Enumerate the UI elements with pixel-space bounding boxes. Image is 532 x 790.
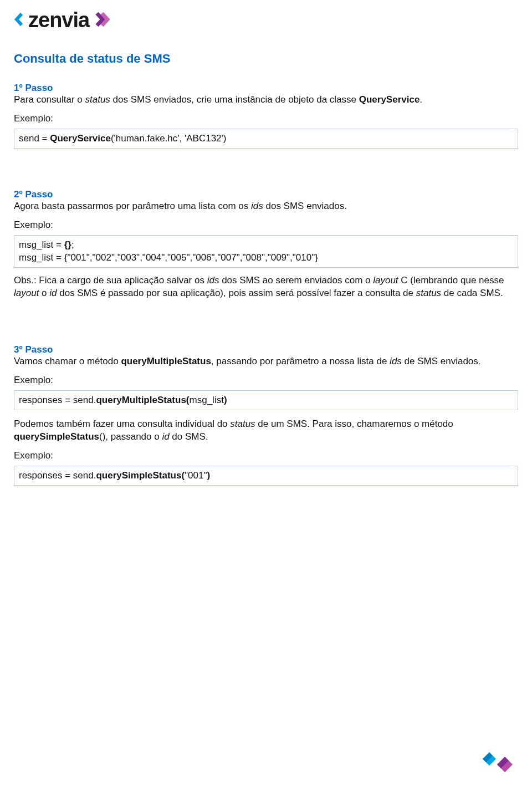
document-page: zenvia Consulta de status de SMS 1º Pass… <box>0 0 532 790</box>
example-label: Exemplo: <box>14 220 518 231</box>
step-1-label: 1º Passo <box>14 83 518 94</box>
code-box-2: msg_list = {}; msg_list = {"001","002","… <box>14 235 518 268</box>
chevron-left-icon <box>14 12 25 29</box>
example-label: Exemplo: <box>14 450 518 461</box>
step-1-text: Para consultar o status dos SMS enviados… <box>14 94 518 106</box>
logo: zenvia <box>14 8 518 32</box>
step-3-text-1: Vamos chamar o método queryMultipleStatu… <box>14 355 518 368</box>
example-label: Exemplo: <box>14 375 518 386</box>
footer-gems-icon <box>479 749 518 779</box>
code-box-3: responses = send.queryMultipleStatus(msg… <box>14 390 518 410</box>
code-box-1: send = QueryService('human.fake.hc', 'AB… <box>14 129 518 149</box>
step-2-obs: Obs.: Fica a cargo de sua aplicação salv… <box>14 274 518 300</box>
step-2-text: Agora basta passarmos por parâmetro uma … <box>14 200 518 213</box>
chevron-right-icon <box>95 11 110 30</box>
section-title: Consulta de status de SMS <box>14 52 518 66</box>
step-3-text-2: Podemos também fazer uma consulta indivi… <box>14 418 518 444</box>
step-2-label: 2º Passo <box>14 189 518 200</box>
logo-text: zenvia <box>28 8 89 32</box>
step-3-label: 3º Passo <box>14 344 518 355</box>
code-box-4: responses = send.querySimpleStatus("001"… <box>14 466 518 486</box>
example-label: Exemplo: <box>14 113 518 124</box>
